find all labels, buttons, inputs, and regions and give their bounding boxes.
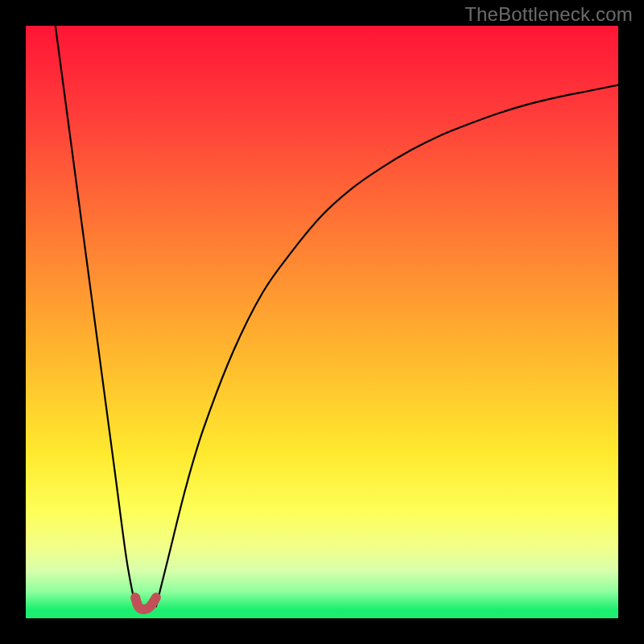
valley-marker-U [135, 597, 156, 609]
chart-frame: TheBottleneck.com [0, 0, 644, 644]
curve-layer [26, 26, 618, 618]
curve-left-branch [56, 26, 135, 606]
curve-right-branch [156, 85, 618, 607]
watermark-label: TheBottleneck.com [464, 3, 633, 26]
plot-area [26, 26, 618, 618]
